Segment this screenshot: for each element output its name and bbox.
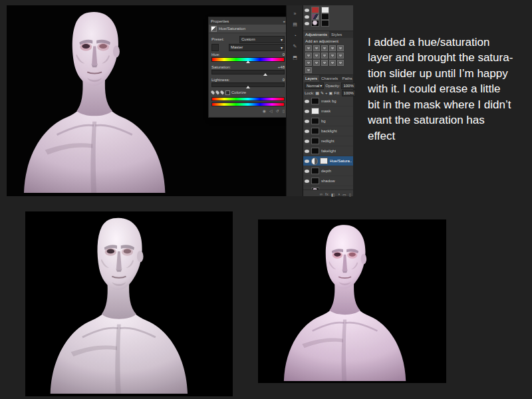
adjustment-icon[interactable] [313,60,320,66]
adjustment-icon[interactable] [313,53,320,59]
layer-row[interactable]: depth [303,166,353,176]
visibility-eye-icon[interactable] [305,160,309,163]
preview-row[interactable] [305,20,352,27]
bust-layer-thumbnail [311,20,319,27]
layer-thumbnail [311,108,319,114]
delete-adjustment-icon[interactable]: ▯ [283,108,285,113]
preset-label: Preset: [211,37,224,41]
note-line: bit in the mask where I didn’t [368,97,527,112]
lightness-value[interactable]: 0 [283,78,285,82]
layer-row[interactable]: bg [303,116,353,126]
tab-paths[interactable]: Paths [340,75,354,82]
visibility-eye-icon[interactable] [305,120,309,123]
add-mask-icon[interactable]: ◧ [331,192,335,197]
color-layer-thumbnail [311,13,319,20]
visibility-eye-icon[interactable] [305,22,309,25]
adjustment-icon[interactable] [305,53,312,59]
adjustment-icon[interactable] [313,45,320,51]
colorize-checkbox[interactable] [225,90,230,95]
visibility-eye-icon[interactable] [305,130,309,133]
lock-transparency-icon[interactable]: ▦ [315,90,319,95]
dark-layer-thumbnail [321,20,329,27]
targeted-adjustment-tool-icon[interactable] [211,44,219,51]
adjustment-icon[interactable] [337,45,344,51]
brush-panel-icon[interactable]: ✎ [287,44,303,49]
tab-styles[interactable]: Styles [329,31,344,38]
visibility-eye-icon[interactable] [305,110,309,113]
layer-thumbnail [311,168,319,174]
fill-label: Fill: [334,91,340,95]
fill-dropdown[interactable]: 100% [342,90,356,96]
adjustment-icon[interactable] [337,60,344,66]
adjustment-icon[interactable] [321,60,328,66]
adjustment-icon[interactable] [329,45,336,51]
adjustment-icon[interactable] [329,53,336,59]
saturation-slider[interactable] [211,70,285,74]
visibility-eye-icon[interactable] [305,100,309,103]
collapse-panel-icon[interactable]: « [283,19,285,23]
blend-mode-dropdown[interactable]: Normal ▾ [305,82,324,89]
layer-styles-icon[interactable]: fx [325,192,329,196]
hue-value[interactable]: 0 [283,53,285,57]
mask-panel-icon[interactable]: ⬒ [287,55,303,61]
adjustment-icon[interactable] [329,60,336,66]
reset-adjustment-icon[interactable]: ↺ [276,108,279,113]
eyedropper-minus-icon[interactable] [219,90,224,94]
layer-row[interactable]: fakelight [303,146,353,156]
hue-spectrum-ramp-bottom [211,102,285,106]
visibility-eye-icon[interactable] [305,150,309,153]
render-before [25,211,233,396]
visibility-eye-icon[interactable] [305,140,309,143]
visibility-eye-icon[interactable] [305,170,309,173]
layers-panel: Layers Channels Paths Normal ▾ Opacity: … [303,74,353,198]
eyedropper-icon[interactable] [210,90,215,94]
render-after [258,219,446,383]
saturation-value[interactable]: +48 [278,65,285,69]
preset-dropdown[interactable]: Custom ▾ [239,36,285,43]
lightness-label: Lightness: [211,78,229,82]
opacity-dropdown[interactable]: 100% [341,82,355,89]
hue-slider[interactable] [211,57,285,62]
floating-layers-preview [303,5,353,31]
clock-panel-icon[interactable]: ◔ [287,33,303,38]
visibility-eye-icon[interactable] [305,15,309,19]
link-layers-icon[interactable]: ∞ [320,192,323,196]
clip-to-layer-icon[interactable]: ◉ [263,108,266,113]
layer-row[interactable]: shadow [303,176,353,186]
layer-thumbnail [311,148,319,154]
preview-row[interactable] [305,13,352,20]
adjustment-icon[interactable] [337,53,344,59]
note-line: I added a hue/saturation [368,35,527,50]
new-adjustment-icon[interactable]: ◑ [337,192,340,196]
lightness-slider[interactable] [211,82,285,87]
eyedropper-plus-icon[interactable] [215,90,219,94]
lock-all-icon[interactable]: ▣ [329,90,333,95]
delete-layer-icon[interactable]: ▯ [349,192,351,197]
adjustment-icon[interactable] [321,45,328,51]
new-group-icon[interactable]: ▭ [342,192,346,197]
adjustment-icon-grid [303,44,353,74]
lock-position-icon[interactable]: + [325,91,328,95]
adjustment-icon[interactable] [321,53,328,59]
adjustment-icon[interactable] [305,45,312,51]
tab-channels[interactable]: Channels [319,75,340,82]
visibility-toggle-icon[interactable]: ◁ [269,108,273,113]
layer-row[interactable]: redlight [303,136,353,146]
expand-panels-icon[interactable]: » [287,11,303,16]
tab-layers[interactable]: Layers [303,75,319,82]
lock-pixels-icon[interactable]: ✎ [321,90,324,95]
tab-adjustments[interactable]: Adjustments [303,31,329,38]
layer-row[interactable]: backlight [303,126,353,136]
red-layer-thumbnail [311,7,319,13]
layer-row-selected[interactable]: Hue/Satura... [303,156,353,166]
visibility-eye-icon[interactable] [305,9,309,12]
channel-dropdown[interactable]: Master ▾ [229,44,285,51]
lock-label: Lock: [305,91,314,95]
layer-row[interactable]: mask bg [303,96,353,106]
preview-row[interactable] [305,7,352,13]
adjustment-icon[interactable] [305,60,312,66]
layer-row[interactable]: mask [303,106,353,116]
adjustment-icon[interactable] [305,67,312,73]
history-panel-icon[interactable]: ▤ [287,22,303,27]
visibility-eye-icon[interactable] [305,180,309,183]
